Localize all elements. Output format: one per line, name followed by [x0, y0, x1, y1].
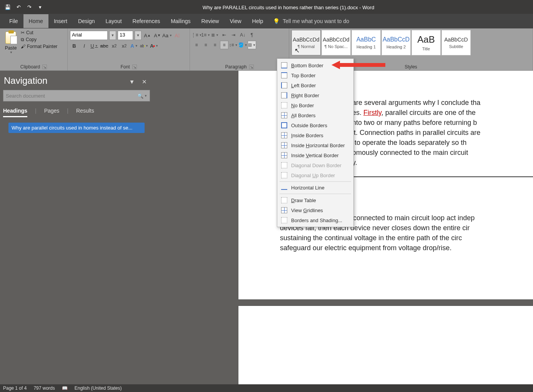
tab-view[interactable]: View	[224, 14, 247, 28]
borders-button[interactable]: ⊞▼	[248, 41, 256, 49]
border-menu-bottom-border[interactable]: Bottom Border	[277, 60, 353, 70]
numbering-button[interactable]: 1≡▼	[202, 31, 210, 39]
grow-font-button[interactable]: A▲	[143, 31, 152, 40]
status-words[interactable]: 797 words	[33, 385, 55, 391]
status-language[interactable]: English (United States)	[75, 385, 122, 391]
style-heading1[interactable]: AaBbCHeading 1	[351, 30, 381, 55]
tab-help[interactable]: Help	[247, 14, 269, 28]
align-center-button[interactable]: ≡	[202, 41, 210, 49]
border-menu-left-border[interactable]: Left Border	[277, 80, 353, 90]
tell-me[interactable]: 💡 Tell me what you want to do	[273, 18, 349, 24]
tab-references[interactable]: References	[127, 14, 166, 28]
font-name-dropdown[interactable]: ▼	[109, 31, 116, 40]
nav-tab-headings[interactable]: Headings	[3, 108, 27, 117]
highlight-button[interactable]: ab▼	[140, 42, 148, 50]
redo-button[interactable]: ↷	[25, 3, 33, 11]
tab-design[interactable]: Design	[73, 14, 100, 28]
paste-dropdown[interactable]: ▼	[9, 51, 13, 54]
align-right-button[interactable]: ≡	[211, 41, 219, 49]
status-proofing-icon[interactable]: 📖	[62, 385, 68, 391]
decrease-indent-button[interactable]: ⇤	[220, 31, 228, 39]
sort-button[interactable]: A↓	[238, 31, 247, 39]
paragraph-dialog-launcher[interactable]: ↘	[249, 65, 254, 69]
style-normal[interactable]: AaBbCcDd¶ Normal	[291, 30, 321, 55]
border-menu-label: Diagonal Up Border	[291, 173, 335, 178]
border-menu-diagonal-up-border[interactable]: Diagonal Up Border	[277, 170, 353, 180]
paste-icon[interactable]	[5, 32, 16, 44]
border-icon	[281, 62, 287, 68]
save-button[interactable]: 💾	[4, 3, 12, 11]
undo-button[interactable]: ↶	[15, 3, 22, 11]
nav-tab-pages[interactable]: Pages	[44, 108, 60, 117]
nav-heading-item[interactable]: Why are parallel circuits used in homes …	[8, 123, 145, 133]
tab-layout[interactable]: Layout	[100, 14, 127, 28]
clipboard-dialog-launcher[interactable]: ↘	[42, 65, 47, 69]
border-icon	[281, 189, 287, 190]
tab-file[interactable]: File	[4, 14, 23, 28]
tab-insert[interactable]: Insert	[48, 14, 73, 28]
nav-search-dropdown[interactable]: ▼	[143, 94, 147, 98]
bold-button[interactable]: B	[70, 42, 78, 50]
border-menu-inside-vertical-border[interactable]: Inside Vertical Border	[277, 150, 353, 160]
tab-home[interactable]: Home	[23, 14, 48, 28]
superscript-button[interactable]: x2	[120, 42, 128, 50]
border-icon	[281, 207, 287, 213]
clear-formatting-button[interactable]: A⃠	[173, 31, 182, 40]
copy-button[interactable]: ⧉Copy	[21, 37, 57, 42]
text-effects-button[interactable]: A▼	[130, 42, 138, 50]
border-menu-label: Diagonal Down Border	[291, 163, 341, 168]
style-no-spacing[interactable]: AaBbCcDd¶ No Spac...	[321, 30, 351, 55]
nav-tab-results[interactable]: Results	[76, 108, 94, 117]
border-menu-outside-borders[interactable]: Outside Borders	[277, 120, 353, 130]
border-menu-view-gridlines[interactable]: View Gridlines	[277, 205, 353, 215]
paste-button[interactable]: Paste	[5, 45, 17, 51]
border-menu-horizontal-line[interactable]: Horizontal Line	[277, 183, 353, 193]
cut-button[interactable]: ✂Cut	[21, 30, 57, 35]
format-painter-button[interactable]: 🖌Format Painter	[21, 44, 57, 49]
justify-button[interactable]: ≡	[220, 41, 228, 49]
show-marks-button[interactable]: ¶	[248, 31, 256, 39]
styles-gallery[interactable]: AaBbCcDd¶ Normal AaBbCcDd¶ No Spac... Aa…	[291, 30, 471, 58]
status-page[interactable]: Page 1 of 4	[3, 385, 27, 391]
tab-review[interactable]: Review	[196, 14, 225, 28]
search-icon[interactable]: 🔍	[137, 93, 143, 99]
italic-button[interactable]: I	[80, 42, 88, 50]
border-menu-top-border[interactable]: Top Border	[277, 70, 353, 80]
page-2[interactable]	[238, 306, 533, 384]
border-menu-inside-borders[interactable]: Inside Borders	[277, 130, 353, 140]
bullets-button[interactable]: ⋮≡▼	[192, 31, 201, 39]
nav-search-input[interactable]	[6, 93, 137, 99]
border-menu-inside-horizontal-border[interactable]: Inside Horizontal Border	[277, 140, 353, 150]
strikethrough-button[interactable]: abc	[100, 42, 108, 50]
nav-close-button[interactable]: ✕	[140, 78, 149, 85]
font-color-button[interactable]: A▼	[150, 42, 158, 50]
nav-title: Navigation	[4, 75, 47, 86]
underline-button[interactable]: U▼	[90, 42, 98, 50]
border-menu-diagonal-down-border[interactable]: Diagonal Down Border	[277, 160, 353, 170]
border-menu-no-border[interactable]: No Border	[277, 100, 353, 110]
font-dialog-launcher[interactable]: ↘	[132, 65, 137, 69]
change-case-button[interactable]: Aa▼	[163, 31, 172, 40]
font-name-combo[interactable]: Arial	[70, 31, 108, 40]
customize-qat-button[interactable]: ▾	[36, 3, 44, 11]
line-spacing-button[interactable]: ↕≡▼	[229, 41, 238, 49]
tab-mailings[interactable]: Mailings	[165, 14, 196, 28]
border-menu-borders-and-shading-[interactable]: Borders and Shading...	[277, 215, 353, 225]
multilevel-button[interactable]: ≣▼	[211, 31, 219, 39]
increase-indent-button[interactable]: ⇥	[229, 31, 238, 39]
style-title[interactable]: AaBTitle	[411, 30, 441, 55]
border-menu-right-border[interactable]: Right Border	[277, 90, 353, 100]
border-menu-draw-table[interactable]: Draw Table	[277, 195, 353, 205]
style-subtitle[interactable]: AaBbCcDSubtitle	[441, 30, 471, 55]
subscript-button[interactable]: x2	[110, 42, 118, 50]
nav-search[interactable]: 🔍 ▼	[3, 90, 150, 101]
shading-button[interactable]: 🪣▼	[238, 41, 247, 49]
shrink-font-button[interactable]: A▼	[153, 31, 162, 40]
style-heading2[interactable]: AaBbCcDHeading 2	[381, 30, 411, 55]
border-menu-all-borders[interactable]: All Borders	[277, 110, 353, 120]
spellcheck-word[interactable]: Firstly	[363, 109, 381, 116]
font-size-combo[interactable]: 13	[118, 31, 133, 40]
font-size-dropdown[interactable]: ▼	[135, 31, 142, 40]
nav-options-dropdown[interactable]: ▼	[127, 78, 137, 85]
align-left-button[interactable]: ≡	[192, 41, 201, 49]
